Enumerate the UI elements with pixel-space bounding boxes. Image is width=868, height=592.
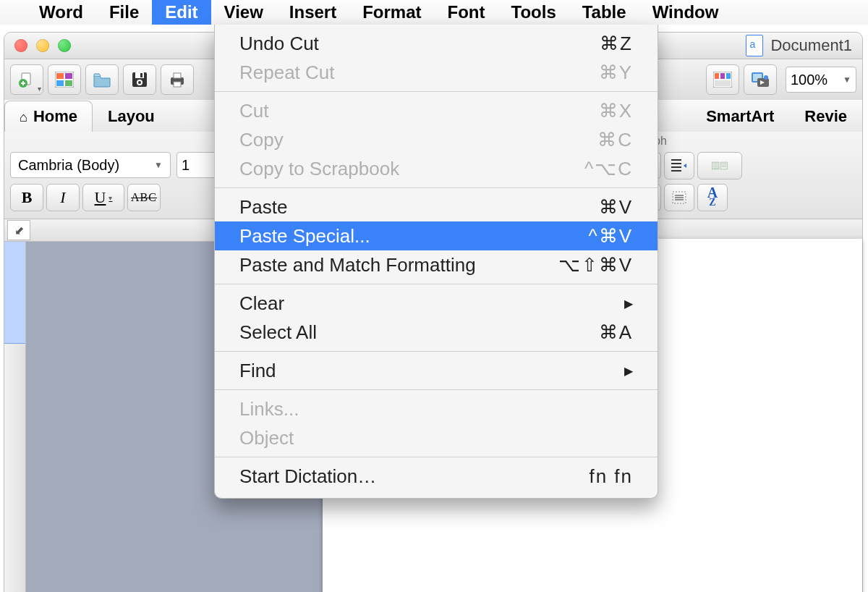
menu-item-find[interactable]: Find▶ bbox=[215, 356, 658, 385]
menu-item-paste-special[interactable]: Paste Special...^⌘V bbox=[215, 221, 658, 250]
submenu-arrow-icon: ▶ bbox=[624, 297, 633, 310]
menubar-item-insert[interactable]: Insert bbox=[276, 0, 349, 25]
menu-item-links: Links... bbox=[215, 394, 658, 423]
templates-button[interactable] bbox=[48, 64, 81, 95]
svg-rect-5 bbox=[56, 80, 64, 86]
menu-item-shortcut: ⌥⇧⌘V bbox=[558, 254, 633, 276]
menu-item-copy: Copy⌘C bbox=[215, 125, 658, 154]
menu-item-shortcut: ⌘A bbox=[599, 321, 633, 344]
menu-item-label: Find bbox=[239, 360, 276, 382]
svg-rect-8 bbox=[135, 72, 144, 78]
open-button[interactable] bbox=[85, 64, 119, 95]
mac-menubar: Word File Edit View Insert Format Font T… bbox=[0, 0, 868, 25]
svg-rect-19 bbox=[715, 80, 731, 86]
sort-button[interactable]: AZ bbox=[697, 184, 728, 211]
menu-item-label: Select All bbox=[239, 321, 317, 344]
new-button[interactable]: ▾ bbox=[10, 64, 43, 95]
traffic-lights bbox=[14, 39, 71, 52]
menu-item-start-dictation[interactable]: Start Dictation…fn fn bbox=[215, 462, 658, 491]
svg-rect-18 bbox=[726, 73, 731, 79]
window-title: Document1 bbox=[770, 36, 852, 55]
menu-item-label: Paste bbox=[239, 196, 288, 219]
svg-rect-3 bbox=[56, 73, 64, 79]
tab-stop-selector[interactable]: ⬋ bbox=[7, 220, 30, 240]
svg-rect-4 bbox=[65, 73, 72, 79]
menu-item-paste-and-match-formatting[interactable]: Paste and Match Formatting⌥⇧⌘V bbox=[215, 250, 658, 279]
menu-item-shortcut: ⌘C bbox=[597, 129, 633, 151]
menubar-item-window[interactable]: Window bbox=[639, 0, 732, 25]
svg-point-11 bbox=[138, 81, 141, 84]
menu-item-label: Paste Special... bbox=[239, 225, 370, 248]
menubar-item-file[interactable]: File bbox=[96, 0, 152, 25]
menu-item-label: Copy bbox=[239, 129, 284, 151]
menu-item-clear[interactable]: Clear▶ bbox=[215, 289, 658, 318]
menu-item-select-all[interactable]: Select All⌘A bbox=[215, 318, 658, 347]
menubar-item-tools[interactable]: Tools bbox=[498, 0, 569, 25]
zoom-value: 100% bbox=[791, 72, 827, 88]
menubar-item-font[interactable]: Font bbox=[435, 0, 498, 25]
italic-button[interactable]: I bbox=[46, 184, 80, 211]
close-button[interactable] bbox=[14, 39, 27, 52]
tab-home-label: Home bbox=[33, 107, 77, 125]
menu-item-object: Object bbox=[215, 423, 658, 452]
document-icon bbox=[746, 35, 763, 56]
svg-rect-6 bbox=[65, 80, 72, 86]
menu-item-copy-to-scrapbook: Copy to Scrapbook^⌥C bbox=[215, 154, 658, 183]
menu-item-cut: Cut⌘X bbox=[215, 96, 658, 125]
save-button[interactable] bbox=[123, 64, 156, 95]
tab-review[interactable]: Revie bbox=[789, 101, 862, 132]
media-button[interactable] bbox=[744, 64, 777, 95]
paragraph-spacing-button[interactable] bbox=[664, 184, 694, 211]
menu-item-shortcut: ^⌥C bbox=[584, 158, 633, 180]
tab-layout[interactable]: Layou bbox=[93, 101, 170, 132]
menu-item-repeat-cut: Repeat Cut⌘Y bbox=[215, 58, 658, 87]
columns-button[interactable] bbox=[697, 152, 742, 179]
menubar-item-table[interactable]: Table bbox=[569, 0, 639, 25]
menu-item-shortcut: ⌘V bbox=[599, 196, 633, 219]
paragraph-group: agraph AZ bbox=[631, 132, 862, 219]
menu-item-shortcut: ⌘X bbox=[599, 100, 633, 122]
svg-rect-16 bbox=[715, 73, 719, 79]
menu-item-label: Repeat Cut bbox=[239, 62, 335, 84]
font-name-select[interactable]: Cambria (Body)▼ bbox=[10, 152, 171, 178]
menu-item-label: Start Dictation… bbox=[239, 465, 376, 488]
svg-rect-9 bbox=[140, 73, 142, 77]
submenu-arrow-icon: ▶ bbox=[624, 364, 633, 378]
menu-item-label: Links... bbox=[239, 398, 299, 420]
zoom-button[interactable] bbox=[58, 39, 71, 52]
menubar-item-edit[interactable]: Edit bbox=[152, 0, 210, 25]
menu-item-shortcut: ⌘Z bbox=[600, 33, 633, 55]
svg-rect-13 bbox=[174, 73, 181, 78]
menu-item-label: Copy to Scrapbook bbox=[239, 158, 399, 180]
tab-smartart[interactable]: SmartArt bbox=[691, 101, 789, 132]
menu-item-label: Clear bbox=[239, 292, 284, 315]
menu-item-label: Cut bbox=[239, 100, 268, 122]
font-name-value: Cambria (Body) bbox=[18, 157, 119, 174]
menu-item-undo-cut[interactable]: Undo Cut⌘Z bbox=[215, 29, 658, 58]
print-button[interactable] bbox=[161, 64, 194, 95]
indent-button[interactable] bbox=[664, 152, 694, 179]
gallery-button[interactable] bbox=[706, 64, 739, 95]
strikethrough-button[interactable]: ABC bbox=[127, 184, 161, 211]
menubar-app[interactable]: Word bbox=[26, 0, 96, 25]
minimize-button[interactable] bbox=[36, 39, 49, 52]
menu-item-label: Undo Cut bbox=[239, 33, 319, 55]
menu-item-shortcut: fn fn bbox=[589, 465, 633, 488]
edit-menu: Undo Cut⌘ZRepeat Cut⌘YCut⌘XCopy⌘CCopy to… bbox=[214, 25, 658, 499]
font-size-select[interactable]: 1 bbox=[176, 152, 218, 178]
menu-item-shortcut: ^⌘V bbox=[588, 225, 633, 248]
tab-home[interactable]: ⌂Home bbox=[4, 101, 93, 132]
menu-item-paste[interactable]: Paste⌘V bbox=[215, 193, 658, 221]
menubar-item-view[interactable]: View bbox=[211, 0, 276, 25]
bold-button[interactable]: B bbox=[10, 184, 43, 211]
menubar-item-format[interactable]: Format bbox=[349, 0, 434, 25]
font-size-value: 1 bbox=[182, 157, 190, 174]
svg-rect-14 bbox=[174, 82, 181, 87]
home-icon: ⌂ bbox=[20, 110, 27, 124]
menu-item-label: Object bbox=[239, 427, 294, 449]
zoom-select[interactable]: 100%▼ bbox=[786, 67, 856, 93]
vertical-ruler[interactable] bbox=[4, 242, 26, 592]
underline-button[interactable]: U▾ bbox=[82, 184, 124, 211]
svg-rect-17 bbox=[720, 73, 725, 79]
menu-item-label: Paste and Match Formatting bbox=[239, 254, 476, 276]
